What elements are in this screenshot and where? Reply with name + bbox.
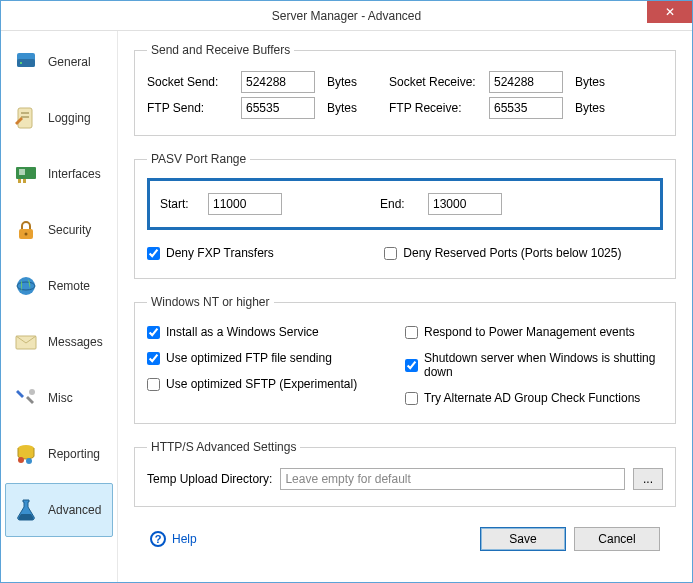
- sidebar: General Logging Interfaces Security: [1, 31, 118, 582]
- sidebar-item-label: Interfaces: [48, 167, 101, 181]
- svg-point-17: [18, 457, 24, 463]
- network-card-icon: [12, 160, 40, 188]
- window: Server Manager - Advanced ✕ General Logg…: [0, 0, 693, 583]
- sidebar-item-label: Remote: [48, 279, 90, 293]
- ellipsis-icon: ...: [643, 472, 653, 486]
- pasv-end-label: End:: [380, 197, 420, 211]
- close-icon: ✕: [665, 5, 675, 19]
- flask-icon: [12, 496, 40, 524]
- cancel-label: Cancel: [598, 532, 635, 546]
- socket-receive-input[interactable]: [489, 71, 563, 93]
- ftp-send-label: FTP Send:: [147, 101, 233, 115]
- optimized-sftp-checkbox[interactable]: [147, 378, 160, 391]
- sidebar-item-label: Misc: [48, 391, 73, 405]
- save-label: Save: [509, 532, 536, 546]
- sidebar-item-label: Advanced: [48, 503, 101, 517]
- globe-icon: [12, 272, 40, 300]
- unit-label: Bytes: [575, 101, 615, 115]
- alt-ad-label: Try Alternate AD Group Check Functions: [424, 391, 640, 405]
- pasv-start-input[interactable]: [208, 193, 282, 215]
- https-legend: HTTP/S Advanced Settings: [147, 440, 300, 454]
- buffers-legend: Send and Receive Buffers: [147, 43, 294, 57]
- envelope-icon: [12, 328, 40, 356]
- help-icon: ?: [150, 531, 166, 547]
- socket-receive-label: Socket Receive:: [389, 75, 481, 89]
- sidebar-item-reporting[interactable]: Reporting: [5, 427, 113, 481]
- respond-power-label: Respond to Power Management events: [424, 325, 635, 339]
- pasv-start-label: Start:: [160, 197, 200, 211]
- footer: ? Help Save Cancel: [134, 519, 676, 563]
- svg-point-11: [25, 233, 28, 236]
- sidebar-item-label: Messages: [48, 335, 103, 349]
- sidebar-item-advanced[interactable]: Advanced: [5, 483, 113, 537]
- ftp-receive-input[interactable]: [489, 97, 563, 119]
- deny-reserved-checkbox[interactable]: [384, 247, 397, 260]
- lock-icon: [12, 216, 40, 244]
- help-label: Help: [172, 532, 197, 546]
- sidebar-item-interfaces[interactable]: Interfaces: [5, 147, 113, 201]
- svg-rect-1: [17, 59, 35, 67]
- sidebar-item-logging[interactable]: Logging: [5, 91, 113, 145]
- pasv-legend: PASV Port Range: [147, 152, 250, 166]
- ftp-receive-label: FTP Receive:: [389, 101, 481, 115]
- close-button[interactable]: ✕: [647, 1, 692, 23]
- install-service-label: Install as a Windows Service: [166, 325, 319, 339]
- svg-point-18: [26, 458, 32, 464]
- buffers-group: Send and Receive Buffers Socket Send: By…: [134, 43, 676, 136]
- sidebar-item-misc[interactable]: Misc: [5, 371, 113, 425]
- alt-ad-checkbox[interactable]: [405, 392, 418, 405]
- svg-rect-8: [23, 179, 26, 183]
- body: General Logging Interfaces Security: [1, 31, 692, 582]
- unit-label: Bytes: [327, 75, 367, 89]
- deny-reserved-label: Deny Reserved Ports (Ports below 1025): [403, 246, 621, 260]
- sidebar-item-remote[interactable]: Remote: [5, 259, 113, 313]
- unit-label: Bytes: [575, 75, 615, 89]
- unit-label: Bytes: [327, 101, 367, 115]
- save-button[interactable]: Save: [480, 527, 566, 551]
- https-group: HTTP/S Advanced Settings Temp Upload Dir…: [134, 440, 676, 507]
- pasv-end-input[interactable]: [428, 193, 502, 215]
- sidebar-item-label: Logging: [48, 111, 91, 125]
- svg-point-2: [20, 62, 22, 64]
- help-link[interactable]: ? Help: [150, 531, 197, 547]
- nt-group: Windows NT or higher Install as a Window…: [134, 295, 676, 424]
- sidebar-item-label: General: [48, 55, 91, 69]
- shutdown-checkbox[interactable]: [405, 359, 418, 372]
- cancel-button[interactable]: Cancel: [574, 527, 660, 551]
- nt-legend: Windows NT or higher: [147, 295, 274, 309]
- sidebar-item-general[interactable]: General: [5, 35, 113, 89]
- respond-power-checkbox[interactable]: [405, 326, 418, 339]
- browse-button[interactable]: ...: [633, 468, 663, 490]
- server-icon: [12, 48, 40, 76]
- log-icon: [12, 104, 40, 132]
- temp-upload-input[interactable]: [280, 468, 625, 490]
- deny-fxp-checkbox[interactable]: [147, 247, 160, 260]
- sidebar-item-label: Security: [48, 223, 91, 237]
- svg-rect-7: [18, 179, 21, 183]
- svg-point-15: [29, 389, 35, 395]
- optimized-ftp-checkbox[interactable]: [147, 352, 160, 365]
- shutdown-label: Shutdown server when Windows is shutting…: [424, 351, 663, 379]
- socket-send-input[interactable]: [241, 71, 315, 93]
- optimized-sftp-label: Use optimized SFTP (Experimental): [166, 377, 357, 391]
- titlebar: Server Manager - Advanced ✕: [1, 1, 692, 31]
- optimized-ftp-label: Use optimized FTP file sending: [166, 351, 332, 365]
- pasv-highlight: Start: End:: [147, 178, 663, 230]
- tools-icon: [12, 384, 40, 412]
- sidebar-item-security[interactable]: Security: [5, 203, 113, 257]
- deny-fxp-label: Deny FXP Transfers: [166, 246, 274, 260]
- window-title: Server Manager - Advanced: [272, 9, 421, 23]
- sidebar-item-messages[interactable]: Messages: [5, 315, 113, 369]
- database-people-icon: [12, 440, 40, 468]
- temp-upload-label: Temp Upload Directory:: [147, 472, 272, 486]
- svg-rect-9: [19, 169, 25, 175]
- svg-point-12: [17, 277, 35, 295]
- content-panel: Send and Receive Buffers Socket Send: By…: [118, 31, 692, 582]
- pasv-group: PASV Port Range Start: End: Deny FXP Tra…: [134, 152, 676, 279]
- sidebar-item-label: Reporting: [48, 447, 100, 461]
- socket-send-label: Socket Send:: [147, 75, 233, 89]
- install-service-checkbox[interactable]: [147, 326, 160, 339]
- ftp-send-input[interactable]: [241, 97, 315, 119]
